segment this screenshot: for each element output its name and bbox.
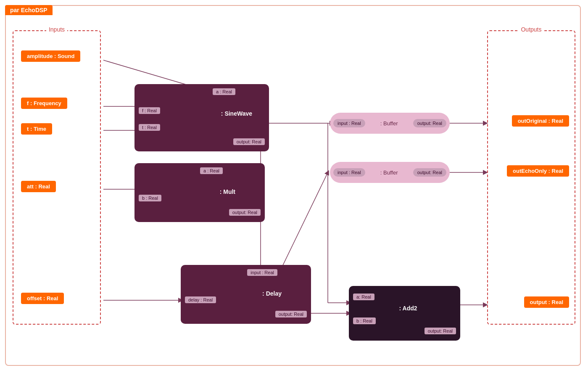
buffer2-node[interactable]: input : Real : Buffer output: Real	[330, 162, 450, 183]
input-f[interactable]: f : Frequency	[21, 98, 67, 109]
buffer2-output-port: output: Real	[413, 168, 446, 177]
sinewave-output: output: Real	[233, 138, 265, 145]
delay-port-input: input : Real	[247, 269, 277, 276]
sinewave-port-t: t : Real	[139, 124, 160, 131]
inputs-label: Inputs	[46, 26, 67, 33]
output-echo[interactable]: outEchoOnly : Real	[507, 165, 569, 177]
output-main[interactable]: output : Real	[524, 296, 569, 308]
sinewave-title: : SineWave	[221, 110, 252, 117]
outputs-box: Outputs	[487, 30, 575, 325]
buffer2-label: : Buffer	[365, 169, 413, 176]
mult-port-a: a : Real	[200, 167, 223, 174]
delay-output: output: Real	[275, 311, 307, 317]
buffer1-input-port: input : Real	[333, 119, 365, 127]
output-original[interactable]: outOriginal : Real	[512, 115, 569, 127]
buffer2-input-port: input : Real	[333, 168, 365, 177]
add2-title: : Add2	[399, 305, 417, 312]
input-amplitude[interactable]: amplitude : Sound	[21, 50, 80, 62]
mult-output: output: Real	[229, 209, 261, 216]
sinewave-port-a: a : Real	[213, 88, 235, 95]
mult-port-b: b : Real	[139, 195, 161, 201]
input-t[interactable]: t : Time	[21, 123, 52, 135]
add2-port-a: a: Real	[353, 294, 374, 300]
add2-port-b: b : Real	[353, 317, 376, 324]
sinewave-node[interactable]: a : Real f : Real t : Real : SineWave ou…	[134, 84, 269, 151]
delay-port-delay: delay : Real	[185, 296, 216, 303]
add2-output: output: Real	[425, 328, 456, 334]
input-att[interactable]: att : Real	[21, 181, 56, 192]
inputs-box: Inputs	[13, 30, 101, 325]
buffer1-output-port: output: Real	[413, 119, 446, 127]
mult-node[interactable]: a : Real b : Real : Mult output: Real	[134, 163, 265, 222]
delay-title: : Delay	[262, 290, 282, 297]
outputs-label: Outputs	[518, 26, 544, 33]
add2-node[interactable]: a: Real b : Real : Add2 output: Real	[349, 286, 460, 341]
buffer1-label: : Buffer	[365, 120, 413, 127]
mult-title: : Mult	[220, 188, 235, 195]
delay-node[interactable]: input : Real delay : Real : Delay output…	[181, 265, 311, 324]
title-tag: par EchoDSP	[5, 5, 53, 15]
input-offset[interactable]: offset : Real	[21, 293, 64, 304]
canvas: par EchoDSP	[0, 0, 588, 373]
sinewave-port-f: f : Real	[139, 107, 160, 114]
buffer1-node[interactable]: input : Real : Buffer output: Real	[330, 113, 450, 134]
